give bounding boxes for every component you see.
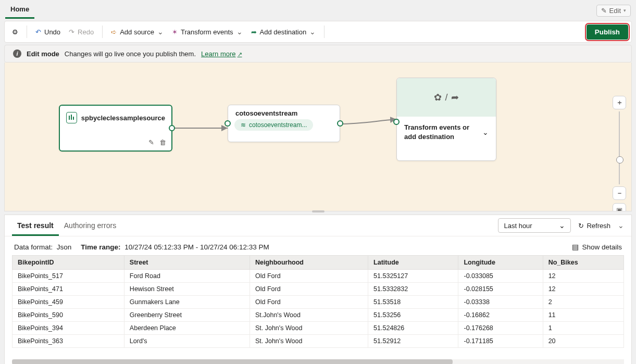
table-cell: -0.176268 bbox=[458, 322, 543, 335]
delete-node-button[interactable] bbox=[159, 139, 166, 146]
zoom-in-button[interactable] bbox=[613, 96, 626, 109]
source-node-title: spbycleclessamplesource bbox=[81, 114, 165, 122]
chevron-down-icon[interactable] bbox=[482, 128, 489, 136]
add-source-icon: ➪ bbox=[111, 28, 117, 36]
tab-test-result[interactable]: Test result bbox=[12, 215, 59, 236]
table-cell: Lord's bbox=[124, 335, 250, 348]
port-in[interactable] bbox=[393, 119, 400, 125]
gear-icon bbox=[12, 28, 18, 36]
show-details-button[interactable]: Show details bbox=[572, 243, 622, 251]
table-cell: BikePoints_471 bbox=[13, 283, 124, 296]
fit-icon bbox=[616, 206, 622, 212]
column-header[interactable]: No_Bikes bbox=[543, 256, 623, 270]
tab-home[interactable]: Home bbox=[5, 2, 34, 19]
publish-button[interactable]: Publish bbox=[587, 24, 628, 40]
table-cell: BikePoints_363 bbox=[13, 335, 124, 348]
slash: / bbox=[445, 92, 447, 103]
expand-panel-button[interactable] bbox=[618, 221, 624, 230]
zoom-slider[interactable] bbox=[619, 111, 620, 184]
table-cell: Old Ford bbox=[250, 296, 368, 309]
learn-more-link[interactable]: Learn more bbox=[201, 50, 242, 58]
stream-node[interactable]: cotosoeventstream ≋ cotosoeventstream... bbox=[228, 105, 340, 142]
toolbar: Undo Redo ➪ Add source ✶ Transform event… bbox=[4, 21, 632, 43]
svg-rect-1 bbox=[71, 115, 72, 120]
port-out[interactable] bbox=[169, 125, 175, 131]
add-destination-label: Add destination bbox=[260, 28, 307, 36]
data-format-label: Data format: bbox=[14, 243, 53, 251]
svg-rect-0 bbox=[69, 116, 70, 120]
canvas[interactable]: spbycleclessamplesource cotosoeventstrea… bbox=[4, 62, 632, 211]
chevron-down-icon bbox=[559, 221, 565, 230]
edit-dropdown[interactable]: Edit ▾ bbox=[596, 5, 631, 17]
table-cell: 20 bbox=[543, 335, 623, 348]
stream-node-title: cotosoeventstream bbox=[228, 105, 340, 119]
table-cell: 11 bbox=[543, 309, 623, 322]
destination-node[interactable]: / Transform events or add destination bbox=[396, 78, 496, 161]
undo-label: Undo bbox=[44, 28, 60, 36]
panel-resize-handle[interactable] bbox=[4, 211, 632, 215]
chevron-down-icon: ▾ bbox=[623, 8, 626, 13]
column-header[interactable]: BikepointID bbox=[13, 256, 124, 270]
column-header[interactable]: Longitude bbox=[458, 256, 543, 270]
stream-pill[interactable]: ≋ cotosoeventstream... bbox=[234, 119, 313, 131]
undo-button[interactable]: Undo bbox=[31, 26, 65, 38]
table-row[interactable]: BikePoints_517Ford RoadOld Ford51.532512… bbox=[13, 270, 624, 283]
port-out[interactable] bbox=[337, 120, 343, 127]
svg-rect-2 bbox=[73, 117, 74, 120]
add-destination-button[interactable]: ➦ Add destination bbox=[247, 26, 320, 38]
transform-events-button[interactable]: ✶ Transform events bbox=[168, 26, 247, 38]
results-panel: Test result Authoring errors Last hour R… bbox=[4, 215, 632, 364]
table-cell: Old Ford bbox=[250, 283, 368, 296]
time-range-select[interactable]: Last hour bbox=[498, 218, 571, 233]
table-cell: BikePoints_459 bbox=[13, 296, 124, 309]
port-in[interactable] bbox=[225, 120, 231, 127]
table-cell: 51.5332832 bbox=[368, 283, 458, 296]
external-link-icon bbox=[238, 50, 242, 58]
table-cell: BikePoints_517 bbox=[13, 270, 124, 283]
column-header[interactable]: Street bbox=[124, 256, 250, 270]
plus-icon bbox=[616, 98, 623, 107]
refresh-button[interactable]: Refresh bbox=[578, 222, 610, 230]
destination-node-label: Transform events or add destination bbox=[404, 123, 482, 141]
horizontal-scrollbar[interactable] bbox=[12, 359, 624, 364]
results-table: BikepointIDStreetNeighbourhoodLatitudeLo… bbox=[12, 255, 624, 348]
settings-button[interactable] bbox=[8, 26, 22, 38]
add-source-button[interactable]: ➪ Add source bbox=[107, 26, 168, 38]
stream-pill-icon: ≋ bbox=[241, 121, 246, 129]
table-row[interactable]: BikePoints_459Gunmakers LaneOld Ford51.5… bbox=[13, 296, 624, 309]
column-header[interactable]: Neighbourhood bbox=[250, 256, 368, 270]
add-destination-icon: ➦ bbox=[251, 28, 257, 36]
source-icon bbox=[66, 112, 77, 123]
zoom-out-button[interactable] bbox=[613, 186, 626, 200]
edit-node-button[interactable] bbox=[148, 139, 154, 146]
table-cell: 51.53518 bbox=[368, 296, 458, 309]
table-cell: St. John's Wood bbox=[250, 322, 368, 335]
data-format-value: Json bbox=[57, 243, 72, 251]
table-cell: -0.033085 bbox=[458, 270, 543, 283]
info-bar: i Edit mode Changes will go live once yo… bbox=[4, 45, 632, 62]
column-header[interactable]: Latitude bbox=[368, 256, 458, 270]
table-cell: 12 bbox=[543, 270, 623, 283]
table-row[interactable]: BikePoints_363Lord'sSt. John's Wood51.52… bbox=[13, 335, 624, 348]
table-cell: Old Ford bbox=[250, 270, 368, 283]
table-cell: 51.52912 bbox=[368, 335, 458, 348]
table-row[interactable]: BikePoints_590Greenberry StreetSt.John's… bbox=[13, 309, 624, 322]
time-range-label: Last hour bbox=[504, 222, 532, 230]
refresh-icon bbox=[578, 222, 584, 230]
transform-icon: ✶ bbox=[172, 28, 178, 36]
table-cell: Ford Road bbox=[124, 270, 250, 283]
table-cell: 51.5325127 bbox=[368, 270, 458, 283]
destination-icon bbox=[451, 92, 459, 103]
fit-to-screen-button[interactable] bbox=[613, 203, 626, 211]
source-node[interactable]: spbycleclessamplesource bbox=[59, 105, 172, 152]
table-row[interactable]: BikePoints_394Aberdeen PlaceSt. John's W… bbox=[13, 322, 624, 335]
edit-dropdown-label: Edit bbox=[609, 7, 621, 15]
info-icon: i bbox=[13, 49, 21, 58]
redo-button[interactable]: Redo bbox=[65, 26, 98, 38]
redo-icon bbox=[69, 28, 74, 36]
table-cell: Hewison Street bbox=[124, 283, 250, 296]
details-icon bbox=[572, 243, 579, 251]
table-row[interactable]: BikePoints_471Hewison StreetOld Ford51.5… bbox=[13, 283, 624, 296]
tab-authoring-errors[interactable]: Authoring errors bbox=[59, 215, 121, 236]
chevron-down-icon bbox=[157, 28, 164, 36]
